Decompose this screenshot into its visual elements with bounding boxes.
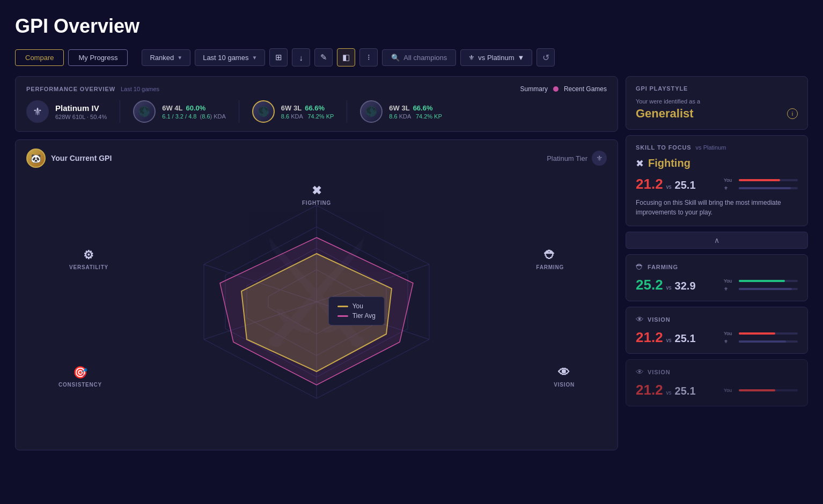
champ3-record: 6W 3L — [389, 104, 409, 112]
gpi-playstyle-title: GPI PLAYSTYLE — [636, 85, 798, 92]
champ2-kda: 8.6 KDA 74.2% KP — [281, 113, 334, 120]
consistency-label: 🎯 CONSISTENCY — [58, 366, 102, 388]
vision2-score-left: 21.2 vs 25.1 — [636, 382, 696, 398]
rank-name: Platinum IV — [55, 103, 107, 113]
gpi-chart-card: ⚔ 🐼 Your Current GPI Platinum Tier ⚜ — [15, 139, 618, 450]
tier-icon: ⚜ — [468, 54, 475, 62]
farming-you-bar: You — [724, 278, 798, 284]
vision2-your-score: 21.2 — [636, 382, 663, 398]
vision-tier-fill — [739, 340, 786, 343]
farming-mini-icon: ⛑ — [636, 262, 644, 271]
bars-col: You ⚜ — [724, 177, 798, 191]
champ1-section: 🌑 6W 4L 60.0% 6.1 / 3.2 / 4.8 (8.6) KDA — [133, 100, 239, 123]
perf-title: PERFORMANCE OVERVIEW — [26, 86, 115, 92]
farming-card: ⛑ FARMING 25.2 vs 32.9 You — [626, 254, 808, 301]
vision-card-2: 👁 VISION 21.2 vs 25.1 You — [626, 359, 808, 406]
games-dropdown[interactable]: Last 10 games ▼ — [195, 49, 265, 66]
champ2-winpct: 66.6% — [305, 104, 325, 112]
compare-tab[interactable]: Compare — [15, 49, 64, 66]
info-icon-btn[interactable]: i — [787, 108, 798, 119]
farming-label: ⛑ FARMING — [536, 248, 564, 270]
radar-svg — [150, 184, 483, 420]
champion-search[interactable]: 🔍 All champions — [382, 49, 456, 66]
champ3-icon: 🌑 — [360, 100, 383, 123]
ranked-dropdown[interactable]: Ranked ▼ — [142, 49, 190, 66]
rank-info: Platinum IV 628W 610L · 50.4% — [55, 103, 107, 120]
right-panel: GPI PLAYSTYLE Your were identified as a … — [626, 76, 808, 450]
vision2-score-row: 21.2 vs 25.1 You — [636, 382, 798, 398]
sort-icon-btn[interactable]: ↓ — [292, 48, 310, 66]
search-icon: 🔍 — [391, 54, 400, 62]
page-title: GPI Overview — [15, 15, 808, 38]
perf-row: ⚜ Platinum IV 628W 610L · 50.4% 🌑 6W 4L — [26, 100, 607, 123]
vision2-tier-score: 25.1 — [675, 385, 696, 397]
vision-bars: You ⚜ — [724, 331, 798, 344]
vision2-bars: You — [724, 388, 798, 393]
vision2-you-fill — [739, 389, 775, 391]
vision-title: VISION — [648, 316, 671, 323]
champ3-section: 🌑 6W 3L 66.6% 8.6 KDA 74.2% KP — [360, 100, 454, 123]
champ2-section: 🌑 6W 3L 66.6% 8.6 KDA 74.2% KP — [252, 100, 347, 123]
edit-icon-btn[interactable]: ✎ — [314, 48, 333, 66]
vision-icon: 👁 — [558, 366, 570, 380]
vision2-mini-icon: 👁 — [636, 367, 644, 376]
champ1-stats: 6W 4L 60.0% 6.1 / 3.2 / 4.8 (8.6) KDA — [162, 104, 226, 120]
vision-tier-bar: ⚜ — [724, 339, 798, 344]
rank-section: ⚜ Platinum IV 628W 610L · 50.4% — [26, 100, 120, 123]
gpi-playstyle-card: GPI PLAYSTYLE Your were identified as a … — [626, 76, 808, 130]
champ1-winpct: 60.0% — [186, 104, 206, 112]
generalist-row: Generalist i — [636, 107, 798, 121]
summary-toggle[interactable]: Summary — [520, 85, 548, 93]
champ2-icon: 🌑 — [252, 100, 275, 123]
vs-text: vs — [666, 184, 672, 190]
vision-mini-icon: 👁 — [636, 315, 644, 324]
you-bar-row: You — [724, 177, 798, 183]
skill-focus-card: SKILL TO FOCUS vs Platinum ✖ Fighting 21… — [626, 135, 808, 226]
farming-your-score: 25.2 — [636, 277, 663, 293]
chart-icon-btn[interactable]: ◧ — [337, 48, 355, 66]
champ3-kda: 8.6 KDA 74.2% KP — [389, 113, 442, 120]
toggle-dot[interactable] — [553, 86, 559, 92]
farming-you-track — [739, 280, 798, 282]
vision-card: 👁 VISION 21.2 vs 25.1 You — [626, 307, 808, 354]
my-progress-tab[interactable]: My Progress — [68, 49, 128, 66]
vision-label: 👁 VISION — [554, 366, 575, 388]
collapse-button[interactable]: ∧ — [626, 232, 808, 249]
tier-bar-track — [739, 187, 798, 189]
farming-bars: You ⚜ — [724, 278, 798, 292]
recent-games-toggle[interactable]: Recent Games — [564, 85, 607, 93]
refresh-button[interactable]: ↺ — [537, 48, 555, 66]
performance-overview-card: PERFORMANCE OVERVIEW Last 10 games Summa… — [15, 76, 618, 132]
gpi-avatar: 🐼 — [26, 149, 46, 168]
platinum-tier: Platinum Tier ⚜ — [547, 151, 607, 166]
grid-icon-btn[interactable]: ⊞ — [269, 48, 288, 66]
versatility-icon: ⚙ — [83, 248, 94, 262]
versatility-label: ⚙ VERSATILITY — [69, 248, 108, 270]
vision-you-bar: You — [724, 331, 798, 336]
fighting-icon: ✖ — [312, 184, 322, 198]
vision-vs: vs — [666, 337, 672, 343]
left-panel: PERFORMANCE OVERVIEW Last 10 games Summa… — [15, 76, 618, 450]
chevron-down-icon: ▼ — [252, 55, 257, 61]
champ2-record: 6W 3L — [281, 104, 302, 112]
tooltip-line-you — [337, 306, 348, 307]
skill-section-title: SKILL TO FOCUS — [636, 144, 692, 151]
vision-title-row: 👁 VISION — [636, 315, 798, 324]
fighting-label: ✖ FIGHTING — [302, 184, 331, 206]
compare-tier-dropdown[interactable]: ⚜ vs Platinum ▼ — [460, 49, 532, 66]
you-bar-label: You — [724, 177, 736, 183]
info-icon-btn[interactable]: ⁝ — [359, 48, 378, 66]
fighting-name-row: ✖ Fighting — [636, 157, 798, 169]
champ1-icon: 🌑 — [133, 100, 156, 123]
vision2-you-bar: You — [724, 388, 798, 393]
champ2-stats: 6W 3L 66.6% 8.6 KDA 74.2% KP — [281, 104, 334, 120]
radar-container: ✖ FIGHTING ⛑ FARMING 👁 VISION ⚙ VERSATIL… — [26, 173, 607, 431]
tier-icon: ⚜ — [592, 151, 607, 166]
chevron-up-icon: ∧ — [714, 236, 719, 244]
champ3-winpct: 66.6% — [413, 104, 433, 112]
main-layout: PERFORMANCE OVERVIEW Last 10 games Summa… — [15, 76, 808, 450]
farming-tier-fill — [739, 288, 792, 290]
tooltip-row-tier: Tier Avg — [337, 312, 376, 320]
champ1-kda: 6.1 / 3.2 / 4.8 (8.6) KDA — [162, 113, 226, 120]
tier-score: 25.1 — [675, 179, 696, 191]
